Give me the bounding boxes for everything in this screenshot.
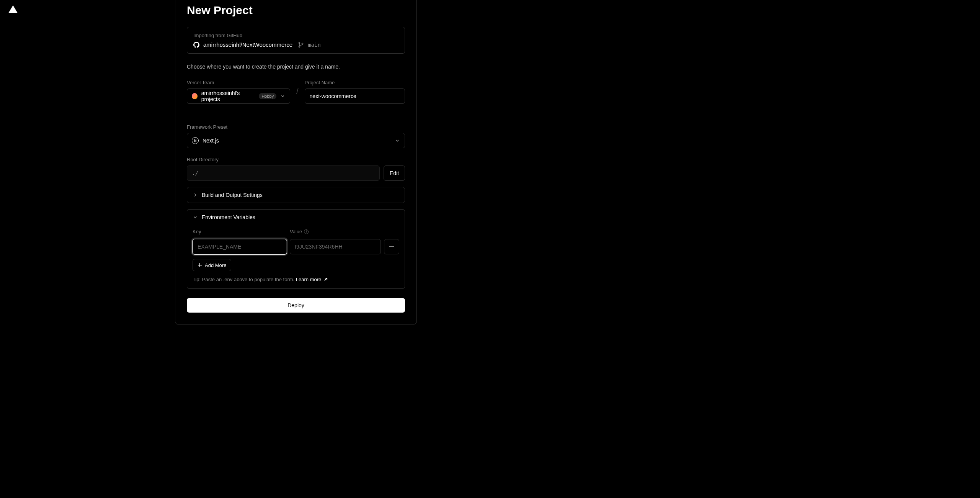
root-dir-input: ./ [187,165,380,181]
repo-name: amirrhosseinhl/NextWoocommerce [203,41,292,48]
team-label: Vercel Team [187,80,290,85]
chevron-right-icon [193,192,198,198]
chevron-down-icon [280,93,285,99]
env-vars-accordion: Environment Variables Key Value i [187,209,405,289]
build-settings-toggle[interactable]: Build and Output Settings [187,187,405,203]
chevron-down-icon [193,215,198,220]
add-more-button[interactable]: Add More [193,259,231,271]
import-source-box: Importing from GitHub amirrhosseinhl/Nex… [187,27,405,54]
branch-name: main [308,42,321,48]
svg-point-0 [299,42,300,43]
edit-root-button[interactable]: Edit [384,165,405,181]
plan-badge: Hobby [259,93,276,99]
external-link-icon [323,277,328,282]
divider [187,114,405,114]
project-name-input[interactable] [305,88,405,104]
env-vars-title: Environment Variables [202,214,255,220]
framework-select[interactable]: N Next.js [187,133,405,148]
remove-env-button[interactable] [384,239,399,254]
team-avatar-icon [192,93,198,99]
import-label: Importing from GitHub [193,33,399,38]
team-name: amirrhosseinhl's projects [201,90,255,102]
new-project-card: New Project Importing from GitHub amirrh… [175,0,417,324]
env-key-label: Key [193,229,287,234]
env-key-input[interactable] [193,239,287,254]
env-value-label: Value i [290,229,399,234]
framework-name: Next.js [203,138,219,144]
learn-more-link[interactable]: Learn more [296,277,328,282]
nextjs-icon: N [192,137,199,144]
separator-slash: / [296,87,299,97]
framework-label: Framework Preset [187,124,405,130]
info-icon[interactable]: i [304,229,309,234]
root-dir-label: Root Directory [187,157,405,162]
project-name-label: Project Name [305,80,405,85]
team-select[interactable]: amirrhosseinhl's projects Hobby [187,88,290,104]
svg-point-1 [299,46,300,47]
minus-icon [389,246,394,247]
env-tip: Tip: Paste an .env above to populate the… [193,277,399,282]
plus-icon [198,263,202,267]
build-settings-title: Build and Output Settings [202,192,263,198]
description-text: Choose where you want to create the proj… [187,64,405,70]
branch-icon [298,42,304,48]
build-settings-accordion: Build and Output Settings [187,187,405,203]
github-icon [193,42,199,48]
env-vars-toggle[interactable]: Environment Variables [187,210,405,225]
vercel-logo-icon[interactable] [8,5,18,13]
svg-point-2 [302,43,303,44]
deploy-button[interactable]: Deploy [187,298,405,313]
add-more-label: Add More [205,262,226,268]
env-value-input[interactable] [290,239,381,254]
chevron-down-icon [395,138,400,143]
page-title: New Project [187,4,405,17]
